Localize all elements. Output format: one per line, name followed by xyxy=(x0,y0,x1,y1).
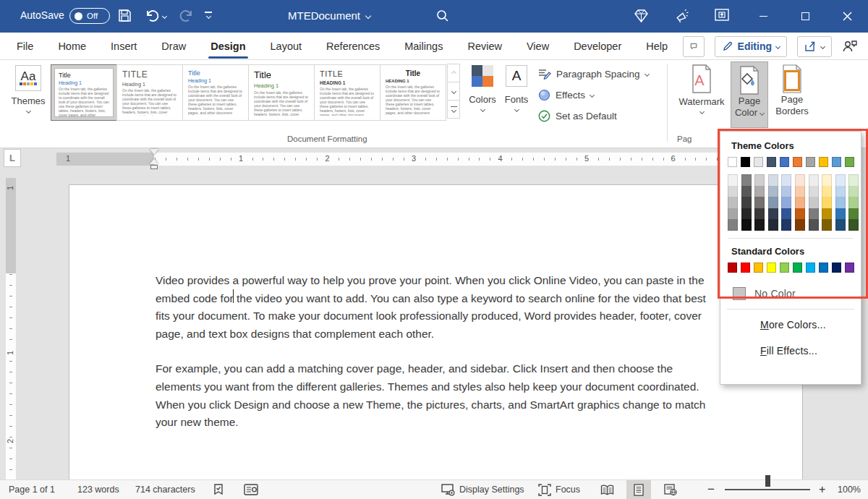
paragraph-spacing-button[interactable]: Paragraph Spacing xyxy=(538,65,649,82)
share-button[interactable] xyxy=(797,36,832,57)
first-line-indent-marker[interactable] xyxy=(150,149,158,155)
theme-variant-swatch[interactable] xyxy=(809,208,819,220)
theme-color-swatch[interactable] xyxy=(741,157,750,167)
fill-effects-menu-item[interactable]: Fill Effects... xyxy=(727,338,854,363)
colors-button[interactable]: Colors xyxy=(467,65,498,111)
tab-references[interactable]: References xyxy=(314,33,392,60)
gallery-more-button[interactable] xyxy=(447,100,460,119)
theme-variant-swatch[interactable] xyxy=(835,208,846,220)
theme-variant-swatch[interactable] xyxy=(781,197,791,208)
theme-variant-swatch[interactable] xyxy=(781,219,791,231)
theme-variant-swatch[interactable] xyxy=(822,219,832,231)
standard-color-swatch[interactable] xyxy=(754,263,763,273)
tab-home[interactable]: Home xyxy=(46,33,98,60)
theme-variant-swatch[interactable] xyxy=(795,186,805,197)
theme-color-swatch[interactable] xyxy=(767,157,776,167)
theme-color-swatch[interactable] xyxy=(806,157,815,167)
fonts-button[interactable]: A Fonts xyxy=(502,65,531,111)
page-number-status[interactable]: Page 1 of 1 xyxy=(9,480,55,499)
tab-view[interactable]: View xyxy=(514,33,561,60)
no-color-menu-item[interactable]: No Color xyxy=(727,281,854,306)
standard-color-swatch[interactable] xyxy=(845,263,854,273)
theme-variant-swatch[interactable] xyxy=(768,174,778,186)
theme-variant-swatch[interactable] xyxy=(822,197,832,208)
theme-variant-swatch[interactable] xyxy=(781,174,791,186)
web-layout-view-button[interactable] xyxy=(658,480,683,499)
zoom-slider-handle[interactable] xyxy=(765,475,770,487)
style-set-thumbnail-3[interactable]: TitleHeading 1On the Insert tab, the gal… xyxy=(182,64,249,121)
theme-color-swatch[interactable] xyxy=(793,157,802,167)
gallery-scroll-down-button[interactable] xyxy=(447,82,460,101)
tab-layout[interactable]: Layout xyxy=(258,33,315,60)
effects-button[interactable]: Effects xyxy=(538,86,594,103)
theme-color-swatch[interactable] xyxy=(754,157,763,167)
tab-design[interactable]: Design xyxy=(198,33,258,60)
theme-variant-swatch[interactable] xyxy=(781,186,791,197)
theme-variant-swatch[interactable] xyxy=(835,174,846,186)
theme-variant-swatch[interactable] xyxy=(795,219,805,231)
theme-variant-swatch[interactable] xyxy=(754,219,765,231)
ribbon-display-options-icon[interactable] xyxy=(715,9,729,22)
autosave-toggle[interactable]: Off xyxy=(69,8,110,24)
theme-variant-swatch[interactable] xyxy=(809,197,819,208)
tab-developer[interactable]: Developer xyxy=(561,33,634,60)
theme-variant-swatch[interactable] xyxy=(741,174,752,186)
theme-variant-swatch[interactable] xyxy=(741,186,752,197)
comments-button[interactable] xyxy=(683,36,705,57)
customize-toolbar-icon[interactable] xyxy=(205,12,212,18)
standard-color-swatch[interactable] xyxy=(806,263,815,273)
theme-variant-swatch[interactable] xyxy=(754,186,765,197)
undo-chevron-icon[interactable] xyxy=(163,14,166,18)
theme-variant-swatch[interactable] xyxy=(728,219,738,231)
vertical-ruler[interactable]: 112 xyxy=(6,178,16,479)
read-mode-view-button[interactable] xyxy=(595,480,619,499)
close-button[interactable] xyxy=(830,0,864,33)
word-count-status[interactable]: 123 words xyxy=(77,480,119,499)
theme-variant-swatch[interactable] xyxy=(848,219,859,231)
themes-button[interactable]: Aa Themes xyxy=(9,65,48,113)
theme-variant-swatch[interactable] xyxy=(835,219,846,231)
theme-variant-swatch[interactable] xyxy=(754,197,765,208)
tab-help[interactable]: Help xyxy=(634,33,680,60)
standard-color-swatch[interactable] xyxy=(819,263,828,273)
presence-people-icon[interactable] xyxy=(842,39,858,54)
theme-variant-swatch[interactable] xyxy=(795,174,805,186)
theme-color-swatch[interactable] xyxy=(832,157,841,167)
standard-color-swatch[interactable] xyxy=(832,263,841,273)
theme-variant-swatch[interactable] xyxy=(835,197,846,208)
standard-color-swatch[interactable] xyxy=(728,263,737,273)
more-colors-menu-item[interactable]: More Colors... xyxy=(727,312,854,337)
theme-variant-swatch[interactable] xyxy=(728,186,738,197)
theme-variant-swatch[interactable] xyxy=(822,186,832,197)
focus-button[interactable]: Focus xyxy=(538,480,580,499)
tab-draw[interactable]: Draw xyxy=(149,33,198,60)
zoom-level[interactable]: 100% xyxy=(838,480,861,499)
watermark-button[interactable]: A Watermark xyxy=(674,64,729,114)
tab-mailings[interactable]: Mailings xyxy=(392,33,455,60)
theme-variant-swatch[interactable] xyxy=(848,186,859,197)
theme-variant-swatch[interactable] xyxy=(754,174,765,186)
style-set-thumbnail-4[interactable]: TitleHeading 1On the Insert tab, the gal… xyxy=(248,64,315,121)
theme-color-swatch[interactable] xyxy=(728,157,737,167)
theme-variant-swatch[interactable] xyxy=(728,174,738,186)
style-set-thumbnail-6[interactable]: TitleHEADING 1On the Insert tab, the gal… xyxy=(380,64,446,121)
style-set-thumbnail-1[interactable]: TitleHeading 1On the Insert tab, the gal… xyxy=(51,64,117,121)
style-set-thumbnail-2[interactable]: TITLEHeading 1On the Insert tab, the gal… xyxy=(116,64,183,121)
standard-color-swatch[interactable] xyxy=(741,263,750,273)
theme-variant-swatch[interactable] xyxy=(768,208,778,220)
macro-recording-icon[interactable] xyxy=(244,480,258,499)
save-icon[interactable] xyxy=(118,9,132,22)
theme-variant-swatch[interactable] xyxy=(741,197,752,208)
theme-variant-swatch[interactable] xyxy=(754,208,765,220)
theme-variant-swatch[interactable] xyxy=(822,208,832,220)
theme-variant-swatch[interactable] xyxy=(795,197,805,208)
left-indent-marker[interactable] xyxy=(150,165,158,169)
document-page[interactable]: Video provides a powerful way to help yo… xyxy=(69,184,803,499)
theme-color-swatch[interactable] xyxy=(780,157,789,167)
hanging-indent-marker[interactable] xyxy=(150,158,158,164)
document-title[interactable]: MTEDocument xyxy=(288,9,370,22)
tab-insert[interactable]: Insert xyxy=(98,33,149,60)
zoom-in-button[interactable]: + xyxy=(819,480,825,499)
theme-variant-swatch[interactable] xyxy=(848,174,859,186)
document-body-text[interactable]: Video provides a powerful way to help yo… xyxy=(156,272,712,449)
